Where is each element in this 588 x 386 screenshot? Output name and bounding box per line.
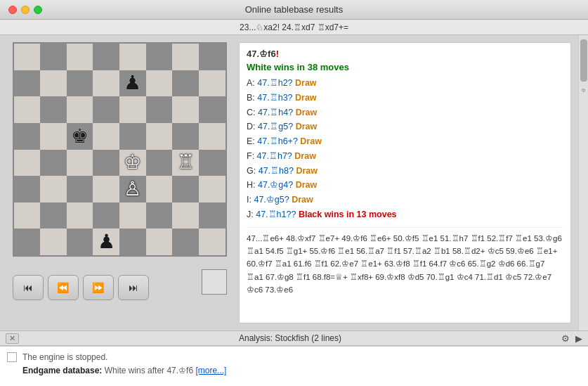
move-notation: 47.♔g4? [258,180,293,190]
last-move-button[interactable]: ⏭ [118,275,149,300]
cell-7-1 [40,229,67,255]
move-result: Draw [296,166,318,176]
move-label: G: [247,166,256,176]
endgame-label: Endgame database: [22,366,102,375]
move-line-9: J: 47.♖h1?? Black wins in 13 moves [247,208,563,221]
analysis-title: Analysis: Stockfish (2 lines) [25,333,556,343]
next-move-button[interactable]: ⏩ [83,275,114,300]
cell-2-4 [119,96,146,123]
top-move-bar: 23...♘xa2! 24.♖xd7 ♖xd7+= [0,20,588,35]
white-piece: ♖ [177,153,195,172]
cell-5-6 [172,176,199,202]
move-line-4: E: 47.♖h6+? Draw [247,135,563,148]
cell-3-2: ♚ [67,123,93,150]
cell-4-1 [40,150,67,176]
prev-move-button[interactable]: ⏪ [48,275,79,300]
cell-1-1 [40,70,67,97]
first-move-button[interactable]: ⏮ [13,275,44,300]
best-move-marker: ! [276,49,279,59]
cell-6-3 [93,202,119,229]
cell-5-5 [146,176,173,202]
cell-2-0 [14,96,41,123]
cell-4-6: ♖ [172,150,199,176]
move-result: Draw [294,151,316,161]
cell-3-1 [40,123,67,150]
scroll-strip[interactable]: e [578,35,588,330]
cell-6-4 [119,202,146,229]
cell-0-4 [119,44,146,70]
cell-6-7 [199,202,226,229]
cell-2-6 [172,96,199,123]
scroll-label: e [580,89,587,93]
status-checkbox[interactable] [7,352,17,362]
move-line-3: D: 47.♖g5? Draw [247,120,563,134]
cell-5-4: ♙ [119,176,146,202]
cell-7-3: ♟ [93,229,119,255]
black-piece: ♚ [71,127,89,146]
top-move-text: 23...♘xa2! 24.♖xd7 ♖xd7+= [240,22,348,32]
scroll-thumb[interactable] [580,39,587,82]
cell-4-2 [67,150,93,176]
right-panel: 47.♔f6!White wins in 38 movesA: 47.♖h2? … [239,35,588,330]
move-line-8: I: 47.♔g5? Draw [247,193,563,207]
play-icon[interactable]: ▶ [575,333,582,344]
cell-7-4 [119,229,146,255]
nav-controls: ⏮ ⏪ ⏩ ⏭ [13,275,149,300]
move-label: H: [247,180,256,190]
move-line-0: A: 47.♖h2? Draw [247,77,563,90]
endgame-value: White wins after 47.♔f6 [105,366,196,375]
cell-5-3 [93,176,119,202]
move-line-5: F: 47.♖h7? Draw [247,150,563,163]
cell-2-2 [67,96,93,123]
cell-1-6 [172,70,199,97]
move-label: F: [247,151,254,161]
cell-1-4: ♟ [119,70,146,97]
move-notation: 47.♖h6+? [257,136,298,146]
cell-4-3 [93,150,119,176]
window-title: Online tablebase results [245,4,343,15]
black-piece: ♟ [98,232,115,252]
move-notation: 47.♖h1?? [256,210,296,219]
endgame-text: Endgame database: White wins after 47.♔f… [22,364,226,378]
move-notation: 47.♖h2? [257,78,292,88]
more-link[interactable]: [more...] [195,366,226,375]
close-analysis-button[interactable]: ✕ [6,333,19,344]
cell-3-0 [14,123,41,150]
cell-7-6 [172,229,199,255]
maximize-window-button[interactable] [34,6,42,14]
cell-4-0 [14,150,41,176]
move-result: Draw [296,180,318,190]
close-window-button[interactable] [8,6,17,14]
continuation-text: 47...♖e6+ 48.♔xf7 ♖e7+ 49.♔f6 ♖e6+ 50.♔f… [247,227,563,297]
engine-stopped-text: The engine is stopped. [22,351,226,364]
cell-7-7 [199,229,226,255]
analysis-icons: ⚙ ▶ [561,333,582,344]
analysis-bar: ✕ Analysis: Stockfish (2 lines) ⚙ ▶ [0,330,588,346]
cell-6-6 [172,202,199,229]
minimize-window-button[interactable] [21,6,30,14]
move-label: E: [247,136,255,146]
move-label: J: [247,210,254,219]
move-notation: 47.♔g5? [254,195,289,205]
black-piece: ♟ [124,73,141,93]
title-bar: Online tablebase results [0,0,588,20]
cell-4-5 [146,150,173,176]
cell-2-5 [146,96,173,123]
move-line-6: G: 47.♖h8? Draw [247,165,563,178]
move-result: Draw [295,78,317,88]
results-panel[interactable]: 47.♔f6!White wins in 38 movesA: 47.♖h2? … [239,42,571,323]
move-label: A: [247,78,255,88]
white-piece: ♙ [124,179,141,199]
move-line-2: C: 47.♖h4? Draw [247,106,563,120]
cell-5-7 [199,176,226,202]
settings-icon[interactable]: ⚙ [561,333,570,344]
cell-4-4: ♔ [119,150,146,176]
cell-0-6 [172,44,199,70]
cell-1-5 [146,70,173,97]
cell-5-2 [67,176,93,202]
traffic-lights [8,6,42,14]
cell-2-3 [93,96,119,123]
cell-2-1 [40,96,67,123]
move-result: Draw [296,108,318,117]
cell-0-2 [67,44,93,70]
